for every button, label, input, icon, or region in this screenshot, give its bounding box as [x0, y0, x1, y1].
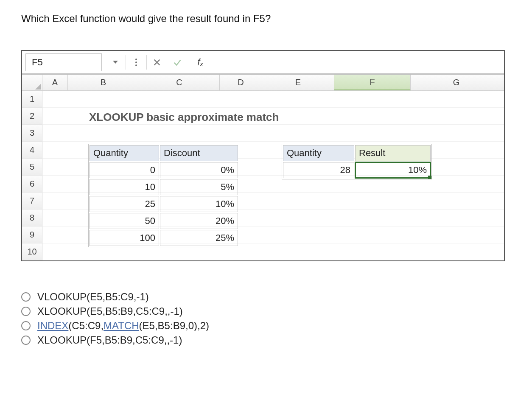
row-header-6[interactable]: 6	[22, 176, 42, 193]
answer-option-d[interactable]: XLOOKUP(F5,B5:B9,C5:C9,,-1)	[21, 334, 511, 346]
link-match[interactable]: MATCH	[104, 320, 139, 331]
radio-icon[interactable]	[21, 292, 31, 302]
name-box[interactable]: F5	[25, 53, 102, 71]
radio-icon[interactable]	[21, 321, 31, 330]
row-header-9[interactable]: 9	[22, 227, 42, 243]
column-headers: A B C D E F G	[22, 75, 504, 91]
col-header-C[interactable]: C	[139, 75, 220, 90]
answer-option-b[interactable]: XLOOKUP(E5,B5:B9,C5:C9,,-1)	[21, 305, 511, 317]
name-box-value: F5	[32, 57, 43, 68]
excel-screenshot: F5 fx A B C D E F G 1 2 3 4 5 6	[21, 50, 505, 261]
row-header-10[interactable]: 10	[22, 243, 42, 260]
table-row: 105%	[90, 179, 238, 195]
table1-header-quantity: Quantity	[90, 145, 159, 161]
formula-bar: F5 fx	[22, 51, 504, 75]
row-header-4[interactable]: 4	[22, 142, 42, 159]
row-header-8[interactable]: 8	[22, 210, 42, 227]
col-header-D[interactable]: D	[220, 75, 262, 90]
radio-icon[interactable]	[21, 307, 31, 316]
select-all-corner[interactable]	[22, 75, 42, 90]
enter-check-icon[interactable]	[167, 54, 188, 71]
answer-text: VLOOKUP(E5,B5:C9,-1)	[37, 291, 149, 303]
row-header-5[interactable]: 5	[22, 159, 42, 176]
answer-text: XLOOKUP(E5,B5:B9,C5:C9,,-1)	[37, 305, 183, 317]
spreadsheet-grid[interactable]: XLOOKUP basic approximate match Quantity…	[42, 91, 504, 260]
answer-options: VLOOKUP(E5,B5:C9,-1) XLOOKUP(E5,B5:B9,C5…	[21, 291, 511, 346]
table-row: 5020%	[90, 213, 238, 229]
col-header-A[interactable]: A	[42, 75, 68, 90]
cancel-icon[interactable]	[147, 54, 167, 71]
answer-text: INDEX(C5:C9,MATCH(E5,B5:B9,0),2)	[37, 320, 209, 332]
table-row: 00%	[90, 162, 238, 178]
row-header-2[interactable]: 2	[22, 108, 42, 125]
radio-icon[interactable]	[21, 336, 31, 345]
table1-header-discount: Discount	[160, 145, 238, 161]
question-text: Which Excel function would give the resu…	[21, 13, 511, 25]
sheet-title: XLOOKUP basic approximate match	[89, 111, 279, 124]
cell-E5[interactable]: 28	[283, 162, 354, 178]
answer-text: XLOOKUP(F5,B5:B9,C5:C9,,-1)	[37, 334, 182, 346]
table2-header-quantity: Quantity	[283, 145, 354, 161]
col-header-E[interactable]: E	[262, 75, 334, 90]
table-row: 2510%	[90, 196, 238, 212]
table-row: 28 10%	[283, 162, 431, 178]
lookup-table: Quantity Discount 00% 105% 2510% 5020% 1…	[88, 144, 239, 247]
result-table: Quantity Result 28 10%	[282, 144, 432, 179]
row-headers: 1 2 3 4 5 6 7 8 9 10	[22, 91, 42, 260]
row-header-3[interactable]: 3	[22, 125, 42, 142]
answer-option-c[interactable]: INDEX(C5:C9,MATCH(E5,B5:B9,0),2)	[21, 320, 511, 332]
table-row: 10025%	[90, 230, 238, 246]
cell-F5[interactable]: 10%	[355, 162, 431, 178]
table2-header-result: Result	[355, 145, 431, 161]
row-header-1[interactable]: 1	[22, 91, 42, 108]
col-header-F[interactable]: F	[334, 75, 411, 90]
more-options-icon[interactable]	[126, 54, 146, 71]
fx-icon[interactable]: fx	[188, 57, 213, 68]
link-index[interactable]: INDEX	[37, 320, 68, 331]
name-box-dropdown-icon[interactable]	[105, 54, 126, 71]
row-header-7[interactable]: 7	[22, 193, 42, 210]
answer-option-a[interactable]: VLOOKUP(E5,B5:C9,-1)	[21, 291, 511, 303]
col-header-B[interactable]: B	[68, 75, 139, 90]
col-header-G[interactable]: G	[411, 75, 502, 90]
